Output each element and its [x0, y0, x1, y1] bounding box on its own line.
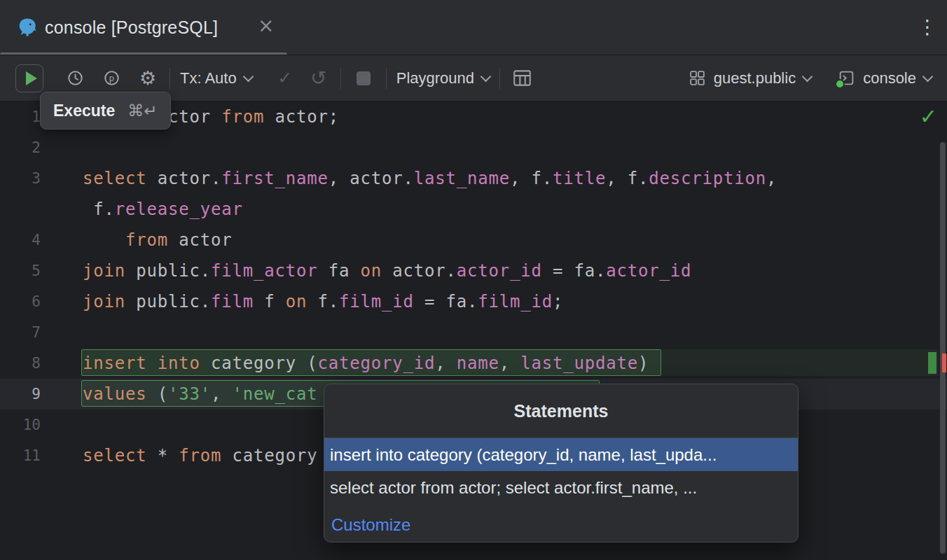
table-view-icon[interactable] — [510, 66, 534, 90]
tooltip-shortcut: ⌘↵ — [127, 102, 157, 120]
playground-dropdown[interactable]: Playground — [396, 69, 490, 88]
line-number: 4 — [0, 225, 41, 255]
tab-bar: console [PostgreSQL] × ⋮ — [0, 0, 947, 55]
commit-icon: ✓ — [273, 66, 297, 90]
line-number: 7 — [0, 317, 41, 348]
code-text: f.release_year — [83, 194, 243, 225]
chevron-down-icon — [922, 71, 934, 82]
toolbar-right-group: guest.public console — [689, 69, 937, 88]
code-line[interactable]: f.release_year — [0, 194, 947, 225]
code-text: join public.film_actor fa on actor.actor… — [83, 255, 691, 286]
tab-close-icon[interactable]: × — [258, 0, 274, 55]
code-text: values ('33', 'new_cat — [83, 379, 318, 410]
popup-title: Statements — [324, 384, 798, 438]
chevron-down-icon — [242, 71, 254, 82]
playground-label: Playground — [396, 69, 474, 88]
code-text: select * from category — [83, 440, 318, 471]
code-line[interactable]: 5join public.film_actor fa on actor.acto… — [0, 255, 947, 286]
code-line[interactable]: 2 — [0, 132, 947, 163]
line-number — [0, 194, 41, 225]
connected-dot — [835, 79, 845, 89]
statement-item[interactable]: insert into category (category_id, name,… — [324, 438, 798, 471]
customize-link[interactable]: Customize — [331, 515, 410, 535]
more-options-icon[interactable]: ⋮ — [911, 0, 944, 55]
stripe-mark-red-icon — [942, 354, 946, 372]
toolbar-separator — [340, 68, 341, 89]
statement-list: insert into category (category_id, name,… — [324, 438, 798, 504]
console-icon — [838, 69, 855, 87]
execute-tooltip: Execute ⌘↵ — [40, 92, 171, 130]
line-number: 8 — [0, 348, 41, 379]
code-text: select actor.first_name, actor.last_name… — [83, 163, 777, 194]
line-number: 11 — [0, 440, 41, 471]
chevron-down-icon — [481, 71, 492, 82]
toolbar-separator — [386, 68, 387, 89]
tab-title[interactable]: console [PostgreSQL] — [45, 0, 218, 55]
code-line[interactable]: 8insert into category (category_id, name… — [0, 348, 947, 379]
execute-button[interactable] — [15, 64, 43, 92]
code-line[interactable]: 4 from actor — [0, 225, 947, 255]
line-number: 5 — [0, 255, 41, 286]
active-tab-underline — [0, 52, 287, 55]
tx-mode-label: Tx: Auto — [180, 69, 237, 88]
code-line[interactable]: 7 — [0, 317, 947, 348]
code-text: insert into category (category_id, name,… — [83, 348, 649, 379]
svg-text:p: p — [109, 73, 114, 83]
success-check-icon: ✓ — [920, 102, 937, 132]
history-icon[interactable] — [63, 66, 87, 90]
code-text: join public.film f on f.film_id = fa.fil… — [83, 286, 563, 317]
tooltip-label: Execute — [53, 102, 115, 120]
code-line[interactable]: 3select actor.first_name, actor.last_nam… — [0, 163, 947, 194]
scrollbar-thumb[interactable] — [940, 142, 946, 554]
toolbar-separator — [499, 68, 500, 89]
code-text: from actor — [83, 225, 233, 255]
line-number: 3 — [0, 163, 41, 194]
line-number: 9 — [0, 379, 41, 410]
parameters-icon[interactable]: p — [99, 66, 123, 90]
postgresql-icon — [17, 17, 38, 38]
line-number: 2 — [0, 132, 41, 163]
line-number: 1 — [0, 102, 41, 132]
statements-popup: Statements insert into category (categor… — [324, 384, 799, 542]
chevron-down-icon — [802, 71, 813, 82]
statement-item[interactable]: select actor from actor; select actor.fi… — [324, 471, 798, 504]
tx-mode-dropdown[interactable]: Tx: Auto — [180, 69, 252, 88]
line-number: 6 — [0, 286, 41, 317]
rollback-icon: ↺ — [307, 66, 331, 90]
stripe-mark-green-icon — [928, 352, 936, 374]
console-selector[interactable]: console — [838, 69, 932, 88]
code-line[interactable]: 6join public.film f on f.film_id = fa.fi… — [0, 286, 947, 317]
console-label: console — [863, 69, 916, 88]
schema-label: guest.public — [714, 69, 796, 88]
schema-selector[interactable]: guest.public — [689, 69, 811, 88]
toolbar-separator — [170, 68, 170, 89]
play-icon — [26, 71, 37, 85]
line-number: 10 — [0, 410, 41, 440]
stop-icon — [357, 71, 371, 85]
settings-gear-icon[interactable]: ⚙ — [136, 66, 160, 90]
schema-icon — [689, 69, 706, 87]
